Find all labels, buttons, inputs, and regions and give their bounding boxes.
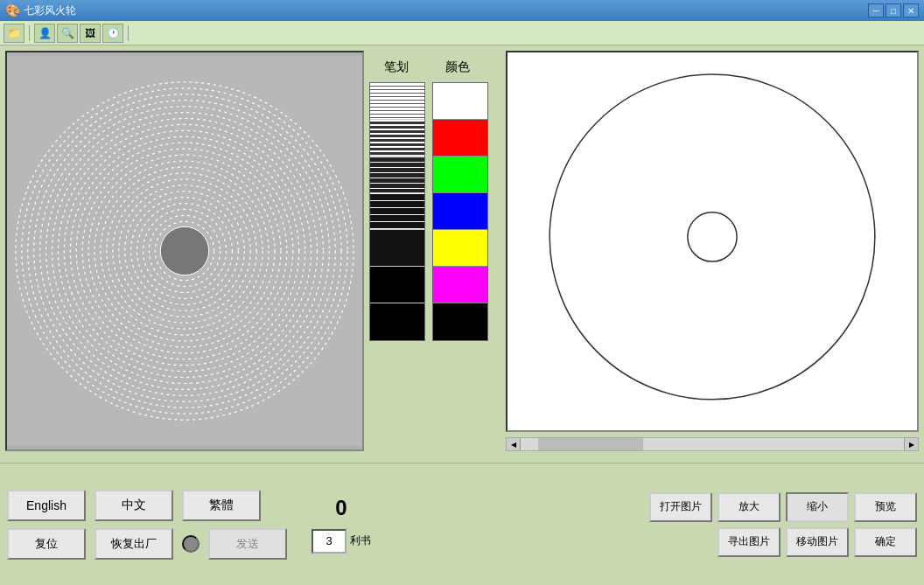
spiral-svg: 深圳秦达机械设备有限公司 qin-da.1688.com xyxy=(7,52,362,449)
close-button[interactable]: ✕ xyxy=(903,3,919,17)
stroke-sample-5[interactable] xyxy=(370,230,424,267)
number-input[interactable] xyxy=(312,529,346,554)
color-red[interactable] xyxy=(433,120,487,157)
minimize-button[interactable]: ─ xyxy=(868,3,884,17)
toolbar-search-icon[interactable]: 🔍 xyxy=(57,24,78,43)
pen-header-label: 笔划 xyxy=(369,59,424,75)
svg-rect-28 xyxy=(536,52,888,430)
title-bar-icon: 🎨 xyxy=(5,3,20,17)
find-image-button[interactable]: 寻出图片 xyxy=(718,527,780,557)
english-button[interactable]: English xyxy=(7,490,86,521)
spiral-canvas-panel: 深圳秦达机械设备有限公司 qin-da.1688.com xyxy=(5,51,364,451)
stroke-sample-4[interactable] xyxy=(370,193,424,230)
svg-text:qin-da.1688.com: qin-da.1688.com xyxy=(76,337,192,354)
zoom-out-button[interactable]: 缩小 xyxy=(786,492,849,522)
color-blue[interactable] xyxy=(433,193,487,230)
toolbar-user-icon[interactable]: 👤 xyxy=(34,24,55,43)
color-yellow[interactable] xyxy=(433,230,487,267)
color-magenta[interactable] xyxy=(433,267,487,303)
right-controls: 打开图片 放大 缩小 预览 寻出图片 移动图片 确定 xyxy=(649,492,917,557)
preview-area xyxy=(506,51,919,432)
right-panel: ◀ ▶ xyxy=(506,51,919,451)
center-controls: 0 利书 xyxy=(312,496,371,554)
spacer xyxy=(668,527,712,557)
stroke-sample-3[interactable] xyxy=(370,157,424,193)
title-bar-controls: ─ □ ✕ xyxy=(868,3,919,17)
toolbar-info xyxy=(133,26,152,39)
bottom-section: English 中文 繁體 复位 恢复出厂 发送 0 利书 打开图片 放大 缩小… xyxy=(0,463,924,585)
scroll-track xyxy=(521,438,904,450)
action-btn-row: 复位 恢复出厂 发送 xyxy=(7,528,287,560)
color-black[interactable] xyxy=(433,303,487,340)
input-row: 利书 xyxy=(312,529,371,554)
stroke-sample-2[interactable] xyxy=(370,120,424,157)
right-btn-row-1: 打开图片 放大 缩小 预览 xyxy=(649,492,917,522)
open-image-button[interactable]: 打开图片 xyxy=(649,492,712,522)
panel-headers: 笔划 颜色 xyxy=(369,59,500,75)
stroke-samples xyxy=(369,82,425,341)
preview-svg xyxy=(508,52,917,430)
color-white[interactable] xyxy=(433,83,487,120)
top-toolbar: 📁 👤 🔍 🖼 🕐 xyxy=(0,21,924,45)
chinese-button[interactable]: 中文 xyxy=(94,490,173,521)
stroke-sample-7[interactable] xyxy=(370,303,424,340)
toolbar-image-icon[interactable]: 🖼 xyxy=(80,24,101,43)
color-header-label: 颜色 xyxy=(430,59,485,75)
factory-button[interactable]: 恢复出厂 xyxy=(94,528,173,560)
toolbar-clock-icon[interactable]: 🕐 xyxy=(102,24,123,43)
main-area: 深圳秦达机械设备有限公司 qin-da.1688.com 笔划 颜色 xyxy=(0,45,924,456)
right-btn-row-2: 寻出图片 移动图片 确定 xyxy=(649,527,917,557)
traditional-button[interactable]: 繁體 xyxy=(182,490,261,521)
move-image-button[interactable]: 移动图片 xyxy=(786,527,849,557)
svg-point-25 xyxy=(160,226,208,275)
stroke-sample-1[interactable] xyxy=(370,83,424,120)
toolbar-separator-2 xyxy=(128,25,129,41)
stroke-color-row xyxy=(369,82,500,341)
reset-button[interactable]: 复位 xyxy=(7,528,86,560)
pen-color-panel: 笔划 颜色 xyxy=(369,51,500,451)
zoom-in-button[interactable]: 放大 xyxy=(718,492,780,522)
language-btn-row: English 中文 繁體 xyxy=(7,490,287,521)
left-controls: English 中文 繁體 复位 恢复出厂 发送 xyxy=(7,490,287,560)
horizontal-scrollbar[interactable]: ◀ ▶ xyxy=(506,437,919,451)
toolbar-separator-1 xyxy=(29,25,30,41)
scroll-right-btn[interactable]: ▶ xyxy=(904,438,918,450)
confirm-button[interactable]: 确定 xyxy=(854,527,917,557)
svg-text:深圳秦达机械设备有限公司: 深圳秦达机械设备有限公司 xyxy=(51,308,282,329)
stroke-sample-6[interactable] xyxy=(370,267,424,303)
counter-display: 0 xyxy=(335,496,346,520)
radio-indicator xyxy=(182,535,200,553)
scroll-left-btn[interactable]: ◀ xyxy=(507,438,521,450)
maximize-button[interactable]: □ xyxy=(886,3,901,17)
preview-button[interactable]: 预览 xyxy=(854,492,917,522)
title-bar: 🎨 七彩风火轮 ─ □ ✕ xyxy=(0,0,924,21)
toolbar-folder-icon[interactable]: 📁 xyxy=(4,24,24,43)
color-samples xyxy=(432,82,488,341)
title-bar-text: 七彩风火轮 xyxy=(24,3,868,18)
send-button[interactable]: 发送 xyxy=(208,528,287,560)
unit-label: 利书 xyxy=(350,533,371,548)
color-green[interactable] xyxy=(433,157,487,193)
scroll-thumb[interactable] xyxy=(538,438,643,450)
